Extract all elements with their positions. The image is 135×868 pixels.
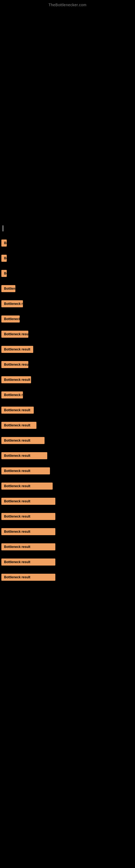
result-badge-1[interactable]: Bottleneck result	[1, 240, 7, 247]
result-item-4: Bottleneck result	[0, 285, 135, 292]
result-badge-13[interactable]: Bottleneck result	[1, 422, 37, 429]
result-badge-6[interactable]: Bottleneck result	[1, 315, 20, 322]
result-item-3: Bottleneck result	[0, 270, 135, 277]
result-badge-3[interactable]: Bottleneck result	[1, 270, 7, 277]
result-item-9: Bottleneck result	[0, 361, 135, 368]
result-badge-18[interactable]: Bottleneck result	[1, 498, 55, 505]
result-badge-7[interactable]: Bottleneck result	[1, 331, 28, 338]
result-badge-14[interactable]: Bottleneck result	[1, 437, 45, 444]
result-badge-4[interactable]: Bottleneck result	[1, 285, 15, 292]
result-badge-22[interactable]: Bottleneck result	[1, 558, 55, 565]
result-badge-9[interactable]: Bottleneck result	[1, 361, 28, 368]
result-item-18: Bottleneck result	[0, 498, 135, 505]
result-badge-5[interactable]: Bottleneck result	[1, 300, 23, 307]
result-item-12: Bottleneck result	[0, 407, 135, 414]
result-item-23: Bottleneck result	[0, 574, 135, 581]
result-badge-12[interactable]: Bottleneck result	[1, 407, 34, 414]
result-badge-15[interactable]: Bottleneck result	[1, 452, 47, 459]
result-item-8: Bottleneck result	[0, 346, 135, 353]
result-item-16: Bottleneck result	[0, 467, 135, 474]
result-item-10: Bottleneck result	[0, 376, 135, 383]
result-badge-10[interactable]: Bottleneck result	[1, 376, 31, 383]
result-item-5: Bottleneck result	[0, 300, 135, 307]
result-item-1: Bottleneck result	[0, 240, 135, 247]
result-item-22: Bottleneck result	[0, 558, 135, 565]
result-item-20: Bottleneck result	[0, 528, 135, 535]
cursor-indicator	[3, 225, 3, 231]
result-badge-23[interactable]: Bottleneck result	[1, 574, 55, 581]
result-badge-21[interactable]: Bottleneck result	[1, 543, 55, 550]
result-item-11: Bottleneck result	[0, 392, 135, 399]
result-item-13: Bottleneck result	[0, 422, 135, 429]
result-item-2: Bottleneck result	[0, 255, 135, 262]
result-badge-8[interactable]: Bottleneck result	[1, 346, 33, 353]
result-badge-11[interactable]: Bottleneck result	[1, 392, 23, 399]
result-item-21: Bottleneck result	[0, 543, 135, 550]
result-item-17: Bottleneck result	[0, 483, 135, 490]
result-item-7: Bottleneck result	[0, 331, 135, 338]
result-item-14: Bottleneck result	[0, 437, 135, 444]
result-badge-20[interactable]: Bottleneck result	[1, 528, 55, 535]
result-item-6: Bottleneck result	[0, 315, 135, 322]
result-item-15: Bottleneck result	[0, 452, 135, 459]
result-badge-16[interactable]: Bottleneck result	[1, 467, 50, 474]
site-title: TheBottlenecker.com	[0, 0, 135, 8]
result-badge-19[interactable]: Bottleneck result	[1, 513, 55, 520]
result-item-19: Bottleneck result	[0, 513, 135, 520]
result-badge-17[interactable]: Bottleneck result	[1, 483, 53, 490]
result-badge-2[interactable]: Bottleneck result	[1, 255, 7, 262]
